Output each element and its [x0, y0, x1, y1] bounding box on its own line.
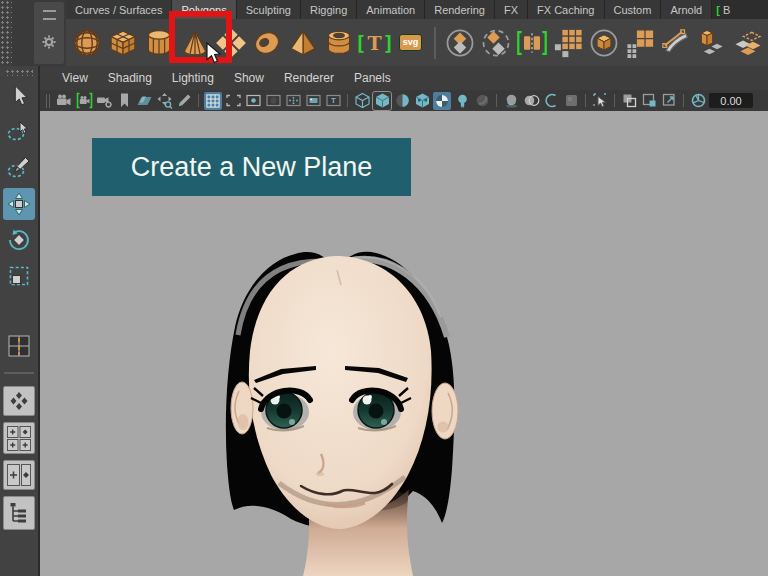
- select-tool-button[interactable]: [3, 80, 35, 112]
- current-layout-button[interactable]: [3, 330, 35, 362]
- toolbar-handle[interactable]: [46, 94, 50, 108]
- lasso-select-tool-button[interactable]: [3, 116, 35, 148]
- layout-single-pane-button[interactable]: [3, 386, 35, 416]
- field-chart-button[interactable]: [284, 92, 302, 110]
- menu-renderer[interactable]: Renderer: [274, 68, 344, 88]
- pan-zoom-button[interactable]: [155, 92, 173, 110]
- quad-draw-shelf-button[interactable]: [623, 24, 656, 62]
- image-plane-button[interactable]: [135, 92, 153, 110]
- poly-sphere-icon: [72, 28, 102, 58]
- safe-action-button[interactable]: [304, 92, 322, 110]
- move-tool-button[interactable]: [3, 188, 35, 220]
- toolbar-separator: [496, 94, 497, 107]
- toolbox-drag-handle[interactable]: [5, 69, 33, 76]
- poly-svg-shelf-button[interactable]: svg: [394, 24, 427, 62]
- camera-icon: [56, 92, 73, 109]
- shelf-dock: [12, 0, 66, 66]
- depth-of-field-button[interactable]: [542, 92, 560, 110]
- layout-four-pane-button[interactable]: [3, 422, 35, 454]
- grid-toggle-button[interactable]: [204, 92, 222, 110]
- use-all-lights-button[interactable]: [433, 92, 451, 110]
- quads-on-surface-shelf-button[interactable]: [731, 24, 764, 62]
- poly-pipe-shelf-button[interactable]: [322, 24, 355, 62]
- rotate-tool-button[interactable]: [3, 224, 35, 256]
- tab-curves-surfaces[interactable]: Curves / Surfaces: [66, 0, 172, 19]
- tab-rigging[interactable]: Rigging: [301, 0, 357, 19]
- gate-mask-button[interactable]: [264, 92, 282, 110]
- grease-pencil-button[interactable]: [175, 92, 193, 110]
- reduce-shelf-button[interactable]: [551, 24, 584, 62]
- half-shaded-sphere-icon: [394, 92, 411, 109]
- camera-attributes-button[interactable]: [95, 92, 113, 110]
- boolean-shelf-button[interactable]: [515, 24, 548, 62]
- layout-two-pane-button[interactable]: [3, 460, 35, 490]
- menu-view[interactable]: View: [52, 68, 98, 88]
- separate-shelf-button[interactable]: [479, 24, 512, 62]
- menu-panels[interactable]: Panels: [344, 68, 401, 88]
- lasso-icon: [6, 119, 32, 145]
- multi-cut-shelf-button[interactable]: [659, 24, 692, 62]
- select-camera-button[interactable]: [55, 92, 73, 110]
- isolate-add-button[interactable]: [640, 92, 658, 110]
- isolate-view-button[interactable]: [660, 92, 678, 110]
- poly-type-shelf-button[interactable]: [T]: [358, 24, 391, 62]
- selection-highlight-button[interactable]: [591, 92, 609, 110]
- smooth-shelf-button[interactable]: [587, 24, 620, 62]
- tab-custom[interactable]: Custom: [605, 0, 662, 19]
- shelf-options-gear-icon[interactable]: [41, 34, 57, 50]
- tab-overflow[interactable]: [ B: [712, 0, 734, 19]
- tab-sculpting[interactable]: Sculpting: [237, 0, 301, 19]
- layout-outliner-button[interactable]: [3, 496, 35, 530]
- resolution-gate-button[interactable]: [244, 92, 262, 110]
- shelf-separator: [434, 27, 436, 59]
- combine-shelf-button[interactable]: [443, 24, 476, 62]
- outliner-layout-icon: [7, 500, 31, 526]
- shelf-menu-icon[interactable]: [43, 10, 56, 20]
- bookmark-icon: [116, 92, 133, 109]
- flat-shade-button[interactable]: [393, 92, 411, 110]
- quad-draw-icon: [625, 28, 655, 58]
- motion-blur-icon: [523, 92, 540, 109]
- default-light-button[interactable]: [453, 92, 471, 110]
- film-gate-button[interactable]: [224, 92, 242, 110]
- poly-cube-shelf-button[interactable]: [106, 24, 139, 62]
- poly-pyramid-shelf-button[interactable]: [286, 24, 319, 62]
- move-tool-icon: [6, 191, 32, 217]
- menu-lighting[interactable]: Lighting: [162, 68, 224, 88]
- maya-window: Curves / Surfaces Polygons Sculpting Rig…: [0, 0, 768, 576]
- extrude-shelf-button[interactable]: [695, 24, 728, 62]
- scale-tool-button[interactable]: [3, 260, 35, 292]
- poly-torus-shelf-button[interactable]: [250, 24, 283, 62]
- shadows-button[interactable]: [473, 92, 491, 110]
- menu-shading[interactable]: Shading: [98, 68, 162, 88]
- tab-fx[interactable]: FX: [495, 0, 528, 19]
- isolate-select-button[interactable]: [620, 92, 638, 110]
- paint-select-tool-button[interactable]: [3, 152, 35, 184]
- smooth-shade-button[interactable]: [373, 92, 391, 110]
- tab-animation[interactable]: Animation: [357, 0, 425, 19]
- poly-sphere-shelf-button[interactable]: [70, 24, 103, 62]
- menu-show[interactable]: Show: [224, 68, 274, 88]
- multisample-button[interactable]: [562, 92, 580, 110]
- ambient-occlusion-button[interactable]: [502, 92, 520, 110]
- wireframe-button[interactable]: [353, 92, 371, 110]
- viewport-canvas[interactable]: Create a New Plane: [40, 111, 768, 576]
- scale-tool-icon: [6, 263, 32, 289]
- motion-blur-button[interactable]: [522, 92, 540, 110]
- toolbar-separator: [683, 94, 684, 107]
- textured-button[interactable]: [413, 92, 431, 110]
- left-ear: [231, 382, 253, 434]
- tab-arnold[interactable]: Arnold: [661, 0, 712, 19]
- separate-icon: [481, 28, 511, 58]
- tab-rendering[interactable]: Rendering: [425, 0, 495, 19]
- exposure-value-field[interactable]: 0.00: [709, 93, 753, 108]
- tab-fx-caching[interactable]: FX Caching: [528, 0, 604, 19]
- green-bracket-icon: [: [354, 31, 366, 55]
- safe-title-button[interactable]: T: [324, 92, 342, 110]
- bookmark-button[interactable]: [115, 92, 133, 110]
- shelf-drag-handle[interactable]: [0, 0, 12, 66]
- type-tool-glyph: T: [367, 32, 381, 54]
- exposure-button[interactable]: [689, 92, 707, 110]
- quads-icon: [733, 28, 763, 58]
- lock-camera-button[interactable]: [75, 92, 93, 110]
